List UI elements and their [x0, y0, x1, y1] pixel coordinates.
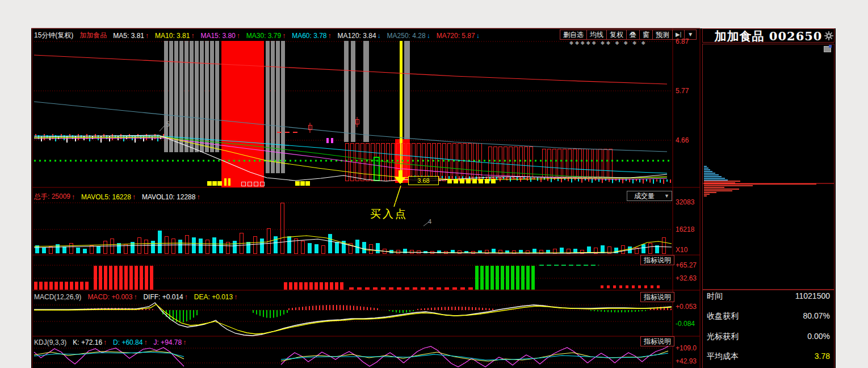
axis-label: 5.77: [676, 87, 689, 95]
up-arrow-icon: ↑: [132, 193, 136, 201]
macd-pane-graphics: [34, 303, 672, 336]
stat-row-0: 时间11021500: [707, 291, 830, 303]
up-arrow-icon: ↑: [72, 193, 75, 201]
axis-label: 6.87: [676, 37, 689, 45]
macd-indicator-help-button[interactable]: 指标说明: [640, 292, 674, 302]
stat-value: 11021500: [795, 291, 830, 303]
up-arrow-icon: ↑: [282, 32, 286, 40]
kdj-stat-1: K: +72.16↑: [73, 338, 107, 346]
ma-label-0: MA5: 3.81↑: [113, 32, 149, 40]
up-arrow-icon: ↑: [328, 32, 332, 40]
kdj-stat-3: J: +94.78↑: [153, 338, 186, 346]
marker-diamonds: ◆◆◆◆◆ ◆◆ ◆ ◆ ◆ ◆: [569, 40, 647, 45]
macd-header: MACD(12,26,9)MACD: +0.003↑DIFF: +0.014↑D…: [34, 293, 237, 301]
volume-type-dropdown[interactable]: 成交量 ▼: [627, 191, 672, 201]
volume-stat-0: 总手: 25009↑: [34, 192, 75, 202]
stat-row-3: 平均成本3.78: [707, 352, 830, 363]
up-arrow-icon: ↑: [183, 338, 186, 346]
price-tag-label: 3.68: [408, 176, 439, 185]
down-arrow-icon: ↓: [378, 32, 381, 40]
signal-pane-graphics: [34, 265, 672, 290]
count-mark-4: 4: [428, 218, 431, 225]
gear-icon[interactable]: [824, 31, 833, 40]
axis-label: 16218: [676, 225, 694, 233]
stock-name-label: 加加食品: [79, 31, 107, 40]
toolbar-button-5[interactable]: 预测: [653, 30, 673, 40]
stat-value: 3.78: [815, 352, 830, 363]
up-arrow-icon: ↑: [196, 193, 200, 201]
kdj-header: KDJ(9,3,3)K: +72.16↑D: +60.84↑J: +94.78↑: [34, 338, 186, 346]
macd-stat-0: MACD(12,26,9): [34, 293, 81, 301]
ma-values-row: MA5: 3.81↑MA10: 3.81↑MA15: 3.80↑MA30: 3.…: [113, 32, 479, 40]
macd-stat-3: DEA: +0.013↑: [194, 293, 237, 301]
snapshot-icon[interactable]: [824, 46, 831, 52]
stat-label: 平均成本: [707, 352, 739, 363]
volume-stat-2: MAVOL10: 12288↑: [142, 193, 200, 201]
ma-label-3: MA30: 3.79↑: [246, 32, 286, 40]
kdj-stat-0: KDJ(9,3,3): [34, 338, 66, 346]
stat-value: 80.07%: [803, 311, 830, 323]
stat-label: 收盘获利: [707, 311, 739, 323]
axis-label: 32083: [676, 198, 694, 206]
stat-row-2: 光标获利0.00%: [707, 332, 830, 343]
kdj-indicator-help-button[interactable]: 指标说明: [640, 336, 674, 346]
axis-label: +32.63: [676, 274, 697, 282]
down-arrow-icon: ↓: [476, 32, 480, 40]
ma-label-5: MA120: 3.84↓: [338, 32, 381, 40]
stat-label: 时间: [707, 291, 723, 303]
signal-indicator-help-button[interactable]: 指标说明: [640, 255, 674, 265]
up-arrow-icon: ↑: [237, 32, 240, 40]
volume-stat-1: MAVOL5: 16228↑: [81, 193, 136, 201]
ma-label-4: MA60: 3.78↑: [292, 32, 331, 40]
stock-title: 加加食品 002650: [702, 28, 835, 43]
up-arrow-icon: ↑: [184, 293, 188, 301]
toolbar-button-2[interactable]: 复权: [607, 30, 627, 40]
down-arrow-icon: ↓: [427, 32, 430, 40]
macd-stat-2: DIFF: +0.014↑: [143, 293, 187, 301]
up-arrow-icon: ↑: [133, 293, 137, 301]
ma-label-6: MA250: 4.28↓: [387, 32, 430, 40]
up-arrow-icon: ↑: [191, 32, 194, 40]
axis-label: X10: [676, 246, 687, 254]
volume-type-label: 成交量: [634, 191, 655, 201]
stat-label: 光标获利: [707, 332, 739, 343]
ma-label-2: MA15: 3.80↑: [200, 32, 240, 40]
dropdown-caret-icon: ▼: [664, 193, 669, 199]
ma-label-1: MA10: 3.81↑: [155, 32, 194, 40]
volume-header: 总手: 25009↑MAVOL5: 16228↑MAVOL10: 12288↑: [34, 192, 200, 202]
axis-label: +42.93: [676, 357, 697, 365]
up-arrow-icon: ↑: [144, 338, 147, 346]
axis-label: -0.084: [676, 320, 695, 328]
main-chart-header: 15分钟(复权) 加加食品 MA5: 3.81↑MA10: 3.81↑MA15:…: [34, 31, 480, 40]
ma-label-7: MA720: 5.87↓: [437, 32, 480, 40]
kdj-pane-graphics: [34, 346, 672, 367]
toolbar-button-3[interactable]: 叠: [627, 30, 640, 40]
up-arrow-icon: ↑: [145, 32, 149, 40]
toolbar-button-0[interactable]: 删自选: [560, 30, 587, 40]
toolbar-button-1[interactable]: 均线: [587, 30, 607, 40]
macd-stat-1: MACD: +0.003↑: [87, 293, 137, 301]
volume-pane-graphics: [34, 203, 672, 254]
buy-point-annotation: 买入点: [370, 207, 408, 221]
stat-value: 0.00%: [807, 332, 830, 343]
axis-label: +65.27: [676, 261, 697, 269]
kdj-stat-2: D: +60.84↑: [113, 338, 147, 346]
up-arrow-icon: ↑: [103, 338, 107, 346]
axis-label: 4.66: [676, 136, 689, 144]
up-arrow-icon: ↑: [234, 293, 237, 301]
axis-label: +109.0: [676, 344, 697, 352]
trading-terminal-window: 15分钟(复权) 加加食品 MA5: 3.81↑MA10: 3.81↑MA15:…: [0, 0, 868, 368]
period-label: 15分钟(复权): [34, 31, 73, 40]
count-mark-5: 5: [166, 120, 170, 128]
stat-row-1: 收盘获利80.07%: [707, 311, 830, 323]
axis-label: +0.053: [676, 303, 697, 311]
toolbar-button-4[interactable]: 窗: [640, 30, 653, 40]
chip-distribution-panel: [702, 44, 835, 290]
